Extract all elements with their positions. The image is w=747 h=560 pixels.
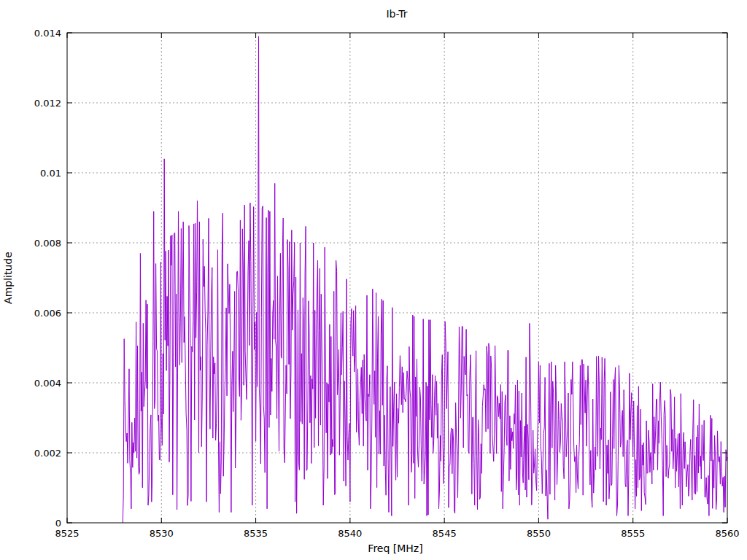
x-tick-label: 8555 bbox=[621, 528, 645, 539]
y-tick-label: 0.012 bbox=[34, 98, 61, 109]
y-tick-label: 0.006 bbox=[34, 308, 61, 319]
x-tick-label: 8550 bbox=[527, 528, 551, 539]
plot-area: 8525853085358540854585508555856000.0020.… bbox=[0, 0, 747, 560]
x-tick-label: 8535 bbox=[244, 528, 268, 539]
chart-canvas: Ib-Tr Amplitude Freq [MHz] 8525853085358… bbox=[0, 0, 747, 560]
y-tick-label: 0 bbox=[55, 518, 61, 529]
y-tick-label: 0.01 bbox=[40, 168, 61, 179]
x-tick-label: 8545 bbox=[433, 528, 457, 539]
x-tick-label: 8525 bbox=[55, 528, 79, 539]
spectrum-trace bbox=[123, 36, 727, 523]
y-tick-label: 0.002 bbox=[34, 448, 61, 459]
x-tick-label: 8530 bbox=[150, 528, 174, 539]
y-tick-label: 0.008 bbox=[34, 238, 61, 249]
x-tick-label: 8540 bbox=[338, 528, 362, 539]
y-tick-label: 0.004 bbox=[34, 378, 61, 389]
y-tick-label: 0.014 bbox=[34, 28, 61, 39]
x-tick-label: 8560 bbox=[715, 528, 739, 539]
